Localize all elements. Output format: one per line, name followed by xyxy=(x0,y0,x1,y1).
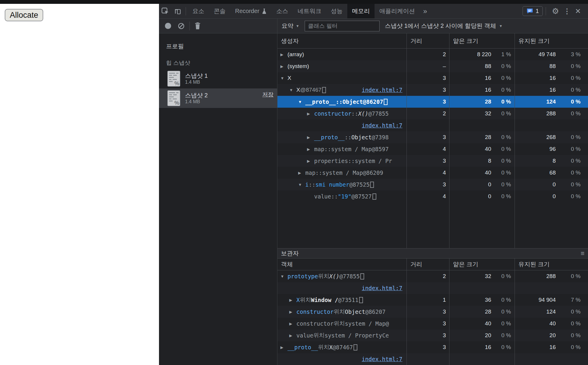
snapshot-list: %스냅샷 11.4 MB%스냅샷 21.4 MB저장 xyxy=(159,69,277,108)
expand-arrow-icon[interactable]: ▶ xyxy=(280,52,287,57)
table-row[interactable]: ▼X3160 %160 % xyxy=(277,72,588,84)
tab-Recorder[interactable]: Recorder xyxy=(230,4,271,18)
size-value: 16 xyxy=(550,75,556,81)
allocate-button[interactable]: Allocate xyxy=(5,9,43,21)
node-text: X xyxy=(296,87,300,93)
size-cell: 00 % xyxy=(449,179,515,190)
size-value: 0 xyxy=(552,193,556,200)
inspect-element-icon[interactable] xyxy=(159,4,171,18)
source-location-link[interactable]: index.html:7 xyxy=(362,87,402,93)
memory-toolbar: 요약 ▼ 스냅샷 1에서 스냅샷 2 사이에 할당된 객체 ▼ xyxy=(159,19,588,33)
tab-네트워크[interactable]: 네트워크 xyxy=(293,4,326,18)
profiles-sidebar: 프로필 힙 스냅샷 %스냅샷 11.4 MB%스냅샷 21.4 MB저장 xyxy=(159,33,277,365)
expand-arrow-icon[interactable]: ▶ xyxy=(298,171,305,175)
node-text: __proto__ xyxy=(305,98,336,105)
column-header-constructor[interactable]: 생성자 xyxy=(277,33,407,48)
size-value: 8 220 xyxy=(477,51,491,58)
table-row[interactable]: ▼prototype 위치 X() @77855 2320 %2880 % xyxy=(277,270,588,282)
save-snapshot-link[interactable]: 저장 xyxy=(262,91,274,98)
tab-요소[interactable]: 요소 xyxy=(188,4,209,18)
expand-arrow-icon[interactable]: ▶ xyxy=(289,298,296,302)
size-cell: 960 % xyxy=(515,143,588,155)
expand-arrow-icon[interactable]: ▶ xyxy=(280,64,287,69)
column-header-shallow-size[interactable]: 얕은 크기 xyxy=(449,259,515,270)
size-percent: 0 % xyxy=(491,332,515,339)
expand-arrow-icon[interactable]: ▶ xyxy=(307,135,314,140)
source-link-row[interactable]: index.html:7 xyxy=(277,282,588,294)
expand-arrow-icon[interactable]: ▶ xyxy=(307,112,314,116)
table-row[interactable]: ▶map :: system / Map @85974400 %960 % xyxy=(277,143,588,155)
table-row[interactable]: ▶X 위치 Window / @73511 1360 %94 9047 % xyxy=(277,294,588,306)
source-location-link[interactable]: index.html:7 xyxy=(362,285,402,291)
device-toolbar-icon[interactable] xyxy=(171,4,184,18)
table-row[interactable]: ▶(array)28 2201 %49 7483 % xyxy=(277,49,588,60)
table-row[interactable]: ▶value 위치 system / PropertyCe3200 %200 % xyxy=(277,330,588,341)
table-row[interactable]: value :: "19" @87527 400 %00 % xyxy=(277,190,588,202)
expand-arrow-icon[interactable]: ▶ xyxy=(280,345,287,350)
expand-arrow-icon[interactable]: ▼ xyxy=(280,76,287,80)
column-header-retained-size[interactable]: 유지된 크기 xyxy=(515,33,588,48)
constructor-cell: ▶map :: system / Map @86209 xyxy=(277,167,407,179)
trash-icon[interactable] xyxy=(195,22,201,30)
table-row[interactable]: ▶properties :: system / Pr380 %80 % xyxy=(277,155,588,167)
table-row[interactable]: ▶map :: system / Map @862094400 %680 % xyxy=(277,167,588,179)
web-page-area: Allocate xyxy=(0,4,159,365)
distance-cell: 3 xyxy=(407,84,449,96)
column-header-object[interactable]: 객체 xyxy=(277,259,407,270)
node-text: map xyxy=(314,146,324,152)
size-cell: 80 % xyxy=(449,155,515,167)
tab-애플리케이션[interactable]: 애플리케이션 xyxy=(375,4,420,18)
expand-arrow-icon[interactable]: ▶ xyxy=(289,333,296,338)
column-header-distance[interactable]: 거리 xyxy=(407,259,449,270)
issues-button[interactable]: 1 xyxy=(523,6,543,16)
table-row[interactable]: ▶(system)–880 %880 % xyxy=(277,60,588,72)
table-row[interactable]: ▶constructor 위치 Object @862073280 %1240 … xyxy=(277,306,588,318)
source-link-row[interactable]: index.html:7 xyxy=(277,353,588,365)
tab-소스[interactable]: 소스 xyxy=(271,4,293,18)
class-filter-input[interactable] xyxy=(305,21,380,31)
hamburger-menu-icon[interactable]: ≡ xyxy=(581,250,584,257)
clear-all-icon[interactable] xyxy=(178,22,185,30)
table-row[interactable]: ▶__proto__ :: Object @73983280 %2680 % xyxy=(277,131,588,143)
tab-메모리[interactable]: 메모리 xyxy=(347,4,375,18)
expand-arrow-icon[interactable]: ▼ xyxy=(298,182,305,187)
column-header-distance[interactable]: 거리 xyxy=(407,33,449,48)
expand-arrow-icon[interactable]: ▼ xyxy=(289,88,296,92)
source-location-link[interactable]: index.html:7 xyxy=(362,356,402,362)
column-header-retained-size[interactable]: 유지된 크기 xyxy=(515,259,588,270)
tab-성능[interactable]: 성능 xyxy=(326,4,347,18)
table-row[interactable]: ▶__proto__ 위치 X @87467 3160 %160 % xyxy=(277,341,588,353)
expand-arrow-icon[interactable]: ▼ xyxy=(298,100,305,104)
window-top-strip xyxy=(0,0,588,4)
expand-arrow-icon[interactable]: ▶ xyxy=(307,159,314,163)
snapshot-item[interactable]: %스냅샷 11.4 MB xyxy=(159,69,277,88)
snapshot-item[interactable]: %스냅샷 21.4 MB저장 xyxy=(159,88,277,108)
source-link-row[interactable]: index.html:7 xyxy=(277,119,588,131)
retainers-section-bar: 보관자 ≡ xyxy=(277,248,588,259)
close-icon[interactable]: ✕ xyxy=(572,7,584,15)
take-snapshot-icon[interactable] xyxy=(165,23,171,29)
kebab-menu-icon[interactable]: ⋮ xyxy=(562,7,572,15)
expand-arrow-icon[interactable]: ▼ xyxy=(280,274,287,279)
expand-arrow-icon[interactable]: ▶ xyxy=(307,147,314,151)
perspective-select[interactable]: 요약 ▼ xyxy=(282,22,299,30)
more-tabs-chevron-icon[interactable]: » xyxy=(420,4,430,18)
table-row[interactable]: ▼__proto__ :: Object @86207 3280 %1240 % xyxy=(277,96,588,108)
size-cell: 160 % xyxy=(515,72,588,84)
snapshot-diff-select[interactable]: 스냅샷 1에서 스냅샷 2 사이에 할당된 객체 ▼ xyxy=(385,22,502,30)
expand-arrow-icon[interactable]: ▶ xyxy=(289,310,296,314)
tab-콘솔[interactable]: 콘솔 xyxy=(209,4,230,18)
size-percent: 1 % xyxy=(491,51,515,58)
table-row[interactable]: ▼i :: smi number @87525 300 %00 % xyxy=(277,179,588,190)
size-percent: 7 % xyxy=(556,297,588,303)
table-row[interactable]: ▶constructor :: X() @778552320 %2880 % xyxy=(277,108,588,119)
column-header-shallow-size[interactable]: 얕은 크기 xyxy=(449,33,515,48)
table-row[interactable]: ▶constructor 위치 system / Map @3400 %400 … xyxy=(277,318,588,330)
size-cell: 2680 % xyxy=(515,131,588,143)
expand-arrow-icon[interactable]: ▶ xyxy=(289,322,296,326)
size-percent: 0 % xyxy=(556,193,588,200)
source-location-link[interactable]: index.html:7 xyxy=(362,122,402,129)
distance-cell: 4 xyxy=(407,167,449,179)
gear-icon[interactable]: ⚙ xyxy=(549,7,562,16)
table-row[interactable]: ▼X @87467 index.html:73160 %160 % xyxy=(277,84,588,96)
